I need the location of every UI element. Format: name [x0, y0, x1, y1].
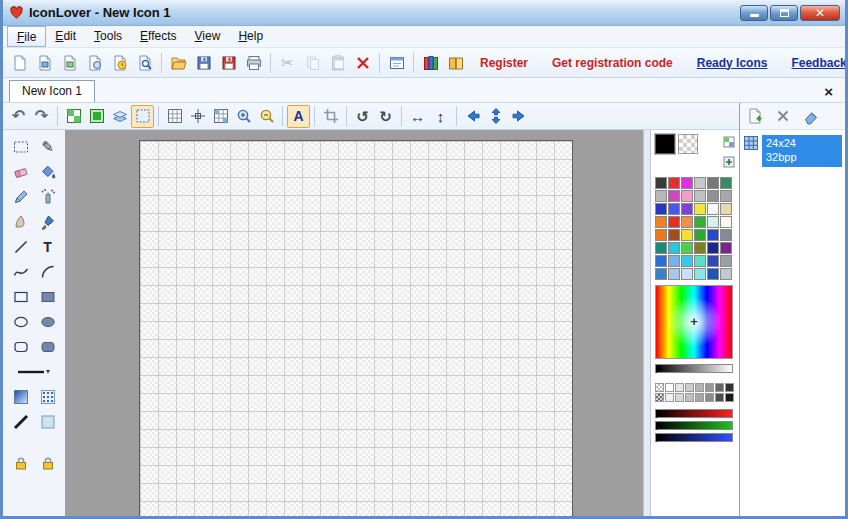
pencil-tool[interactable]: ✎: [36, 135, 60, 158]
pen-tool[interactable]: [9, 185, 33, 208]
line-tool[interactable]: [9, 235, 33, 258]
palette-swatch[interactable]: [668, 216, 680, 228]
panel-splitter[interactable]: [643, 130, 651, 516]
find-icons-button[interactable]: [132, 50, 157, 75]
feedback-link[interactable]: Feedback: [791, 56, 845, 70]
shift-left-button[interactable]: [461, 105, 484, 128]
new-icon-library-button[interactable]: [57, 50, 82, 75]
add-format-button[interactable]: [745, 106, 765, 126]
open-as-new-button[interactable]: [82, 50, 107, 75]
menu-tools[interactable]: Tools: [85, 26, 131, 47]
grid-button[interactable]: [163, 105, 186, 128]
palette-swatch[interactable]: [720, 216, 732, 228]
copy-button[interactable]: [300, 50, 325, 75]
palette-swatch[interactable]: [681, 216, 693, 228]
filled-rounded-rectangle-tool[interactable]: [36, 335, 60, 358]
palette-swatch[interactable]: [655, 268, 667, 280]
pattern-swatch[interactable]: [695, 393, 704, 402]
spray-tool[interactable]: [36, 185, 60, 208]
register-link[interactable]: Register: [480, 56, 528, 70]
green-slider-marker[interactable]: [656, 422, 663, 430]
open-button[interactable]: [166, 50, 191, 75]
rotate-left-button[interactable]: ↺: [351, 105, 374, 128]
lock-transparency-tool[interactable]: [36, 451, 60, 474]
cut-button[interactable]: ✂: [275, 50, 300, 75]
palette-swatch[interactable]: [694, 216, 706, 228]
ellipse-tool[interactable]: [9, 310, 33, 333]
pattern-swatch[interactable]: [695, 383, 704, 392]
menu-effects[interactable]: Effects: [131, 26, 185, 47]
delete-format-button[interactable]: [773, 106, 793, 126]
palette-swatch[interactable]: [681, 190, 693, 202]
darken-tool[interactable]: [9, 410, 33, 433]
crop-button[interactable]: [319, 105, 342, 128]
flip-horizontal-button[interactable]: ↔: [406, 105, 429, 128]
format-item-24x24[interactable]: 24x2432bpp: [743, 135, 842, 167]
filled-ellipse-tool[interactable]: [36, 310, 60, 333]
palette-swatch[interactable]: [694, 255, 706, 267]
tab-new-icon-1[interactable]: New Icon 1: [9, 80, 95, 102]
palette-swatch[interactable]: [720, 203, 732, 215]
pattern-swatch[interactable]: [715, 393, 724, 402]
palette-swatch[interactable]: [694, 190, 706, 202]
line-width-tool[interactable]: [9, 360, 60, 383]
redo-button[interactable]: ↷: [30, 105, 53, 128]
smooth-selection-button[interactable]: [131, 105, 154, 128]
palette-grid-icon[interactable]: [723, 134, 735, 152]
pattern-swatch[interactable]: [725, 383, 734, 392]
palette-swatch[interactable]: [655, 177, 667, 189]
palette-swatch[interactable]: [681, 203, 693, 215]
lock-colors-tool[interactable]: [9, 451, 33, 474]
pattern-swatch[interactable]: [675, 393, 684, 402]
lighten-tool[interactable]: [36, 410, 60, 433]
palette-swatch[interactable]: [668, 268, 680, 280]
palette-swatch[interactable]: [681, 255, 693, 267]
drawing-canvas[interactable]: [139, 140, 573, 516]
palette-swatch[interactable]: [668, 203, 680, 215]
pattern-swatch[interactable]: [715, 383, 724, 392]
canvas-workspace[interactable]: [65, 130, 643, 516]
palette-swatch[interactable]: [720, 190, 732, 202]
palette-swatch[interactable]: [707, 242, 719, 254]
palette-swatch[interactable]: [668, 242, 680, 254]
minimize-button[interactable]: [740, 5, 768, 21]
palette-swatch[interactable]: [668, 177, 680, 189]
paste-button[interactable]: [325, 50, 350, 75]
palette-swatch[interactable]: [681, 268, 693, 280]
palette-swatch[interactable]: [655, 255, 667, 267]
palette-swatch[interactable]: [707, 229, 719, 241]
new-icon-from-image-button[interactable]: [32, 50, 57, 75]
palette-swatch[interactable]: [707, 203, 719, 215]
palette-swatch[interactable]: [694, 177, 706, 189]
palette-swatch[interactable]: [707, 255, 719, 267]
background-color-swatch[interactable]: [678, 134, 698, 154]
palette-swatch[interactable]: [720, 268, 732, 280]
eraser-tool[interactable]: [9, 160, 33, 183]
green-slider[interactable]: [655, 421, 733, 430]
palette-swatch[interactable]: [694, 242, 706, 254]
palette-swatch[interactable]: [694, 268, 706, 280]
flip-vertical-button[interactable]: ↕: [429, 105, 452, 128]
antialias-button[interactable]: A: [287, 105, 310, 128]
palette-swatch[interactable]: [694, 229, 706, 241]
recent-files-button[interactable]: [107, 50, 132, 75]
palette-swatch[interactable]: [694, 203, 706, 215]
save-all-button[interactable]: [216, 50, 241, 75]
matte-color-button[interactable]: [85, 105, 108, 128]
palette-swatch[interactable]: [668, 190, 680, 202]
pattern-swatch[interactable]: [705, 383, 714, 392]
palette-swatch[interactable]: [668, 255, 680, 267]
menu-help[interactable]: Help: [229, 26, 272, 47]
rectangle-tool[interactable]: [9, 285, 33, 308]
pattern-swatch[interactable]: [725, 393, 734, 402]
menu-file[interactable]: File: [7, 26, 46, 47]
palette-swatch[interactable]: [655, 216, 667, 228]
pattern-swatch[interactable]: [665, 383, 674, 392]
luminance-slider[interactable]: [655, 364, 733, 373]
select-rectangle-tool[interactable]: [9, 135, 33, 158]
blue-slider-marker[interactable]: [656, 434, 663, 442]
print-button[interactable]: [241, 50, 266, 75]
pattern-swatch[interactable]: [665, 393, 674, 402]
arc-tool[interactable]: [36, 260, 60, 283]
zoom-out-button[interactable]: [255, 105, 278, 128]
